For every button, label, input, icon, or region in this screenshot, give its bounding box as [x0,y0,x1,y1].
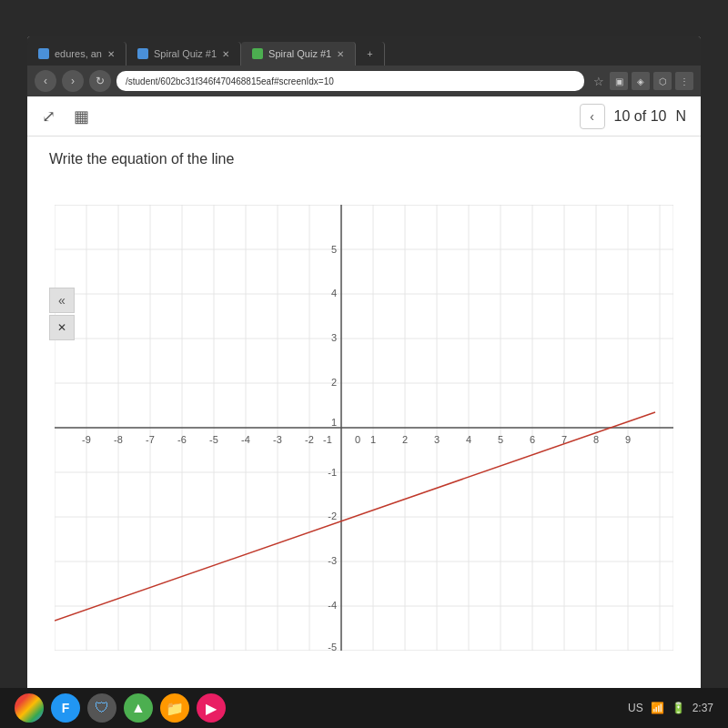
coordinate-graph: -9 -8 -7 -6 -5 -4 -3 -2 -1 0 1 [55,205,673,651]
fullscreen-icon: ⤢ [42,106,56,126]
taskbar-play-icon[interactable]: ▶ [197,693,226,723]
taskbar-maps-icon[interactable]: ▲ [124,693,153,723]
svg-text:-5: -5 [328,642,337,651]
svg-text:6: 6 [530,434,535,445]
svg-text:9: 9 [625,434,631,445]
side-panel: « ✕ [49,288,75,340]
tab-spiral-1[interactable]: Spiral Quiz #1 ✕ [126,42,241,66]
svg-text:1: 1 [331,417,337,428]
extension-icon-2[interactable]: ◈ [632,72,650,90]
taskbar: F 🛡 ▲ 📁 ▶ US 📶 🔋 2:37 [0,688,728,728]
next-label: N [675,108,686,125]
svg-text:-5: -5 [209,434,218,445]
taskbar-left: F 🛡 ▲ 📁 ▶ [15,693,226,723]
svg-text:-7: -7 [146,434,155,445]
extension-icon-3[interactable]: ⬡ [653,72,672,90]
browser-toolbar-icons: ▣ ◈ ⬡ ⋮ [610,72,693,90]
svg-text:-1: -1 [323,434,332,445]
chevron-left-icon: « [58,293,66,308]
svg-text:-2: -2 [305,434,314,445]
panel-toggle-button[interactable]: « [49,288,75,313]
new-tab-icon: + [367,48,372,59]
taskbar-right: US 📶 🔋 2:37 [628,702,713,714]
svg-text:-9: -9 [82,434,91,445]
svg-text:1: 1 [370,434,376,445]
menu-icon[interactable]: ⋮ [675,72,693,90]
svg-text:2: 2 [331,377,337,388]
svg-text:3: 3 [331,332,337,343]
close-icon: ✕ [57,321,66,334]
svg-text:-3: -3 [273,434,282,445]
prev-arrow-icon: ‹ [590,109,594,124]
quiz-toolbar-left: ⤢ ▦ [42,106,89,126]
back-button[interactable]: ‹ [35,70,56,92]
prev-question-button[interactable]: ‹ [580,104,605,129]
battery-icon: 🔋 [672,702,685,714]
svg-text:-1: -1 [328,467,337,478]
svg-text:-4: -4 [328,600,337,611]
tab-label-1: edures, an [55,48,102,59]
screen: edures, an ✕ Spiral Quiz #1 ✕ Spiral Qui… [27,36,701,692]
tab-spiral-2-active[interactable]: Spiral Quiz #1 ✕ [241,42,356,66]
svg-text:2: 2 [402,434,408,445]
bookmark-icon[interactable]: ☆ [593,75,604,88]
taskbar-chrome-icon[interactable] [15,693,44,723]
tab-close-1[interactable]: ✕ [107,49,115,59]
taskbar-status: US [628,702,643,714]
svg-text:8: 8 [593,434,599,445]
address-bar-row: ‹ › ↻ /student/602bc31f346f470468815eaf#… [27,66,701,96]
reload-button[interactable]: ↻ [89,70,111,92]
forward-button[interactable]: › [62,70,84,92]
taskbar-time: 2:37 [693,702,713,714]
svg-text:-2: -2 [328,511,337,521]
tab-bar: edures, an ✕ Spiral Quiz #1 ✕ Spiral Qui… [27,36,701,66]
graph-container: « ✕ [49,178,679,677]
wifi-icon: 📶 [651,702,664,714]
tab-close-3[interactable]: ✕ [337,49,344,59]
tab-label-3: Spiral Quiz #1 [268,48,331,59]
svg-text:4: 4 [331,288,337,298]
extension-icon-1[interactable]: ▣ [610,72,628,90]
quiz-content: Write the equation of the line « ✕ [27,136,701,692]
taskbar-folder-icon[interactable]: 📁 [160,693,189,723]
taskbar-security-icon[interactable]: 🛡 [87,693,116,723]
svg-text:-4: -4 [241,434,250,445]
content-area: ⤢ ▦ ‹ 10 of 10 N Write the equation of t… [27,96,701,692]
taskbar-f-icon[interactable]: F [51,693,80,723]
tab-favicon-2 [137,48,148,59]
browser-chrome: edures, an ✕ Spiral Quiz #1 ✕ Spiral Qui… [27,36,701,96]
quiz-toolbar-right: ‹ 10 of 10 N [580,104,686,129]
svg-text:5: 5 [331,244,337,255]
tab-favicon-3 [252,48,263,59]
grid-icon: ▦ [74,106,89,126]
panel-close-button[interactable]: ✕ [49,315,75,340]
svg-text:3: 3 [434,434,440,445]
svg-text:0: 0 [355,434,360,445]
tab-close-2[interactable]: ✕ [222,49,229,59]
fullscreen-button[interactable]: ⤢ [42,106,56,126]
tab-favicon-1 [38,48,49,59]
graph-wrapper: -9 -8 -7 -6 -5 -4 -3 -2 -1 0 1 [55,205,673,651]
address-text: /student/602bc31f346f470468815eaf#screen… [126,76,334,86]
tab-procedures[interactable]: edures, an ✕ [27,42,126,66]
new-tab-button[interactable]: + [356,42,384,66]
grid-button[interactable]: ▦ [74,106,89,126]
svg-text:4: 4 [466,434,471,445]
svg-text:5: 5 [498,434,503,445]
question-counter: 10 of 10 [614,108,667,125]
tab-label-2: Spiral Quiz #1 [154,48,217,59]
address-bar[interactable]: /student/602bc31f346f470468815eaf#screen… [116,71,584,91]
svg-text:-6: -6 [177,434,187,445]
quiz-toolbar: ⤢ ▦ ‹ 10 of 10 N [27,96,701,136]
svg-text:-8: -8 [114,434,123,445]
question-text: Write the equation of the line [49,151,679,167]
svg-text:-3: -3 [328,555,337,566]
monitor: edures, an ✕ Spiral Quiz #1 ✕ Spiral Qui… [0,0,728,728]
